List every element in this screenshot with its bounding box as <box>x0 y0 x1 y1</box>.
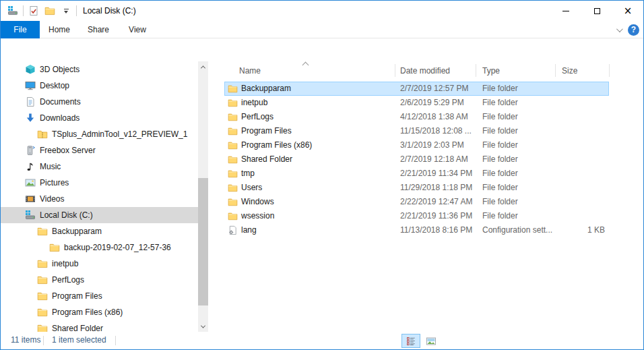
status-separator <box>115 336 116 345</box>
close-button[interactable]: × <box>612 1 643 21</box>
new-folder-button[interactable] <box>42 3 58 19</box>
address-band: ← → ↑ › This PC › Local Disk (C:) › ↻ Se… <box>1 38 643 61</box>
window-drive-icon <box>5 3 21 19</box>
chevron-down-icon <box>60 9 72 13</box>
quick-access-toolbar: Local Disk (C:) <box>5 1 136 21</box>
details-view-icon <box>406 336 416 347</box>
tab-home[interactable]: Home <box>40 21 79 38</box>
minimize-button[interactable] <box>550 1 581 21</box>
thumbnails-view-icon <box>426 336 437 347</box>
new-folder-icon <box>44 5 55 16</box>
selection-count: 1 item selected <box>52 332 106 349</box>
window-title: Local Disk (C:) <box>83 6 136 16</box>
toolbar-separator <box>76 5 77 16</box>
maximize-button[interactable] <box>581 1 612 21</box>
status-separator <box>43 336 44 345</box>
items-count: 11 items <box>11 332 40 349</box>
chevron-down-icon <box>616 26 623 32</box>
thumbnails-view-button[interactable] <box>422 334 441 348</box>
customize-quick-access-button[interactable] <box>58 3 74 19</box>
toolbar-separator <box>23 5 24 16</box>
title-bar: Local Disk (C:) × <box>1 1 643 21</box>
details-view-button[interactable] <box>401 334 420 348</box>
close-icon: × <box>624 6 633 16</box>
ribbon-tab-strip: File Home Share View <box>1 21 643 38</box>
minimize-icon <box>562 11 569 11</box>
tab-file[interactable]: File <box>1 21 40 38</box>
properties-check-icon <box>28 5 39 16</box>
properties-button[interactable] <box>26 3 42 19</box>
tab-view[interactable]: View <box>118 21 157 38</box>
collapse-ribbon-button[interactable] <box>616 25 621 34</box>
status-bar: 11 items 1 item selected <box>1 332 643 349</box>
explorer-window: Local Disk (C:) × File Home Share View ?… <box>0 0 644 350</box>
maximize-icon <box>594 8 600 14</box>
help-button[interactable]: ? <box>628 24 639 36</box>
tab-share[interactable]: Share <box>79 21 118 38</box>
